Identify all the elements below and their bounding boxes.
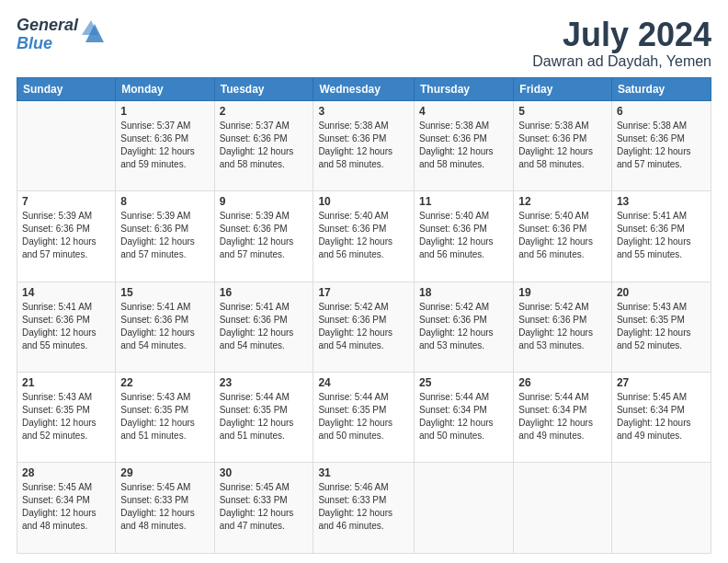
day-number: 27 <box>617 376 706 389</box>
day-number: 28 <box>22 466 110 479</box>
calendar-cell: 16Sunrise: 5:41 AMSunset: 6:36 PMDayligh… <box>214 282 313 372</box>
day-number: 1 <box>120 105 209 118</box>
calendar-table: Sunday Monday Tuesday Wednesday Thursday… <box>17 77 711 554</box>
day-number: 5 <box>518 105 607 118</box>
logo: General Blue <box>17 17 108 53</box>
cell-info: Sunrise: 5:45 AMSunset: 6:34 PMDaylight:… <box>617 392 691 441</box>
calendar-cell <box>414 463 513 554</box>
calendar-cell: 4Sunrise: 5:38 AMSunset: 6:36 PMDaylight… <box>414 100 513 190</box>
logo-main: General Blue <box>17 17 108 53</box>
location-title: Dawran ad Daydah, Yemen <box>532 53 711 70</box>
calendar-cell: 10Sunrise: 5:40 AMSunset: 6:36 PMDayligh… <box>313 191 415 282</box>
calendar-cell: 2Sunrise: 5:37 AMSunset: 6:36 PMDaylight… <box>214 100 313 190</box>
calendar-cell: 6Sunrise: 5:38 AMSunset: 6:36 PMDaylight… <box>611 100 711 190</box>
cell-info: Sunrise: 5:37 AMSunset: 6:36 PMDaylight:… <box>120 121 195 169</box>
calendar-cell: 12Sunrise: 5:40 AMSunset: 6:36 PMDayligh… <box>514 191 612 282</box>
calendar-cell: 13Sunrise: 5:41 AMSunset: 6:36 PMDayligh… <box>611 191 711 282</box>
cell-info: Sunrise: 5:42 AMSunset: 6:36 PMDaylight:… <box>318 302 392 350</box>
col-sunday: Sunday <box>17 77 116 100</box>
day-number: 25 <box>419 376 508 389</box>
header-row: Sunday Monday Tuesday Wednesday Thursday… <box>17 77 711 100</box>
day-number: 9 <box>220 195 309 208</box>
cell-info: Sunrise: 5:41 AMSunset: 6:36 PMDaylight:… <box>120 302 195 350</box>
cell-info: Sunrise: 5:38 AMSunset: 6:36 PMDaylight:… <box>419 121 494 169</box>
day-number: 31 <box>318 466 409 479</box>
calendar-cell: 17Sunrise: 5:42 AMSunset: 6:36 PMDayligh… <box>313 282 415 372</box>
cell-info: Sunrise: 5:39 AMSunset: 6:36 PMDaylight:… <box>220 211 294 259</box>
cell-info: Sunrise: 5:40 AMSunset: 6:36 PMDaylight:… <box>419 211 494 259</box>
calendar-cell: 15Sunrise: 5:41 AMSunset: 6:36 PMDayligh… <box>116 282 214 372</box>
day-number: 29 <box>120 466 209 479</box>
calendar-body: 1Sunrise: 5:37 AMSunset: 6:36 PMDaylight… <box>17 100 711 553</box>
cell-info: Sunrise: 5:45 AMSunset: 6:33 PMDaylight:… <box>220 482 294 531</box>
day-number: 18 <box>419 286 508 299</box>
cell-info: Sunrise: 5:38 AMSunset: 6:36 PMDaylight:… <box>318 121 392 169</box>
cell-info: Sunrise: 5:44 AMSunset: 6:34 PMDaylight:… <box>518 392 593 441</box>
cell-info: Sunrise: 5:40 AMSunset: 6:36 PMDaylight:… <box>318 211 392 259</box>
cell-info: Sunrise: 5:38 AMSunset: 6:36 PMDaylight:… <box>617 121 691 169</box>
calendar-cell: 9Sunrise: 5:39 AMSunset: 6:36 PMDaylight… <box>214 191 313 282</box>
cell-info: Sunrise: 5:44 AMSunset: 6:35 PMDaylight:… <box>318 392 392 441</box>
cell-info: Sunrise: 5:45 AMSunset: 6:34 PMDaylight:… <box>22 482 97 531</box>
cell-info: Sunrise: 5:41 AMSunset: 6:36 PMDaylight:… <box>22 302 97 350</box>
day-number: 20 <box>617 286 706 299</box>
cell-info: Sunrise: 5:38 AMSunset: 6:36 PMDaylight:… <box>518 121 593 169</box>
calendar-cell: 7Sunrise: 5:39 AMSunset: 6:36 PMDaylight… <box>17 191 116 282</box>
day-number: 30 <box>220 466 309 479</box>
cell-info: Sunrise: 5:42 AMSunset: 6:36 PMDaylight:… <box>518 302 593 350</box>
calendar-week-5: 28Sunrise: 5:45 AMSunset: 6:34 PMDayligh… <box>17 463 711 554</box>
calendar-cell: 31Sunrise: 5:46 AMSunset: 6:33 PMDayligh… <box>313 463 415 554</box>
col-saturday: Saturday <box>611 77 711 100</box>
calendar-cell: 5Sunrise: 5:38 AMSunset: 6:36 PMDaylight… <box>514 100 612 190</box>
calendar-cell: 21Sunrise: 5:43 AMSunset: 6:35 PMDayligh… <box>17 373 116 463</box>
cell-info: Sunrise: 5:43 AMSunset: 6:35 PMDaylight:… <box>617 302 691 350</box>
cell-info: Sunrise: 5:44 AMSunset: 6:35 PMDaylight:… <box>220 392 294 441</box>
header: General Blue July 2024 Dawran ad Daydah,… <box>17 17 711 70</box>
cell-info: Sunrise: 5:46 AMSunset: 6:33 PMDaylight:… <box>318 482 392 531</box>
calendar-week-2: 7Sunrise: 5:39 AMSunset: 6:36 PMDaylight… <box>17 191 711 282</box>
calendar-cell: 24Sunrise: 5:44 AMSunset: 6:35 PMDayligh… <box>313 373 415 463</box>
day-number: 16 <box>220 286 309 299</box>
logo-general-text: General <box>17 17 78 35</box>
cell-info: Sunrise: 5:40 AMSunset: 6:36 PMDaylight:… <box>518 211 593 259</box>
cell-info: Sunrise: 5:43 AMSunset: 6:35 PMDaylight:… <box>22 392 97 441</box>
day-number: 13 <box>617 195 706 208</box>
calendar-cell: 29Sunrise: 5:45 AMSunset: 6:33 PMDayligh… <box>116 463 214 554</box>
calendar-cell <box>17 100 116 190</box>
page: General Blue July 2024 Dawran ad Daydah,… <box>0 0 728 563</box>
day-number: 17 <box>318 286 409 299</box>
col-monday: Monday <box>116 77 214 100</box>
calendar-cell <box>514 463 612 554</box>
cell-info: Sunrise: 5:39 AMSunset: 6:36 PMDaylight:… <box>120 211 195 259</box>
calendar-cell: 28Sunrise: 5:45 AMSunset: 6:34 PMDayligh… <box>17 463 116 554</box>
calendar-cell: 3Sunrise: 5:38 AMSunset: 6:36 PMDaylight… <box>313 100 415 190</box>
day-number: 12 <box>518 195 607 208</box>
calendar-cell: 14Sunrise: 5:41 AMSunset: 6:36 PMDayligh… <box>17 282 116 372</box>
day-number: 10 <box>318 195 409 208</box>
cell-info: Sunrise: 5:37 AMSunset: 6:36 PMDaylight:… <box>220 121 294 169</box>
calendar-cell <box>611 463 711 554</box>
cell-info: Sunrise: 5:43 AMSunset: 6:35 PMDaylight:… <box>120 392 195 441</box>
cell-info: Sunrise: 5:44 AMSunset: 6:34 PMDaylight:… <box>419 392 494 441</box>
calendar-week-4: 21Sunrise: 5:43 AMSunset: 6:35 PMDayligh… <box>17 373 711 463</box>
col-wednesday: Wednesday <box>313 77 415 100</box>
calendar-cell: 1Sunrise: 5:37 AMSunset: 6:36 PMDaylight… <box>116 100 214 190</box>
day-number: 8 <box>120 195 209 208</box>
day-number: 23 <box>220 376 309 389</box>
day-number: 3 <box>318 105 409 118</box>
col-thursday: Thursday <box>414 77 513 100</box>
month-title: July 2024 <box>532 17 711 53</box>
day-number: 22 <box>120 376 209 389</box>
day-number: 21 <box>22 376 110 389</box>
cell-info: Sunrise: 5:41 AMSunset: 6:36 PMDaylight:… <box>220 302 294 350</box>
calendar-cell: 30Sunrise: 5:45 AMSunset: 6:33 PMDayligh… <box>214 463 313 554</box>
title-block: July 2024 Dawran ad Daydah, Yemen <box>532 17 711 70</box>
day-number: 19 <box>518 286 607 299</box>
col-friday: Friday <box>514 77 612 100</box>
cell-info: Sunrise: 5:45 AMSunset: 6:33 PMDaylight:… <box>120 482 195 531</box>
day-number: 24 <box>318 376 409 389</box>
day-number: 15 <box>120 286 209 299</box>
calendar-cell: 19Sunrise: 5:42 AMSunset: 6:36 PMDayligh… <box>514 282 612 372</box>
day-number: 2 <box>220 105 309 118</box>
day-number: 11 <box>419 195 508 208</box>
